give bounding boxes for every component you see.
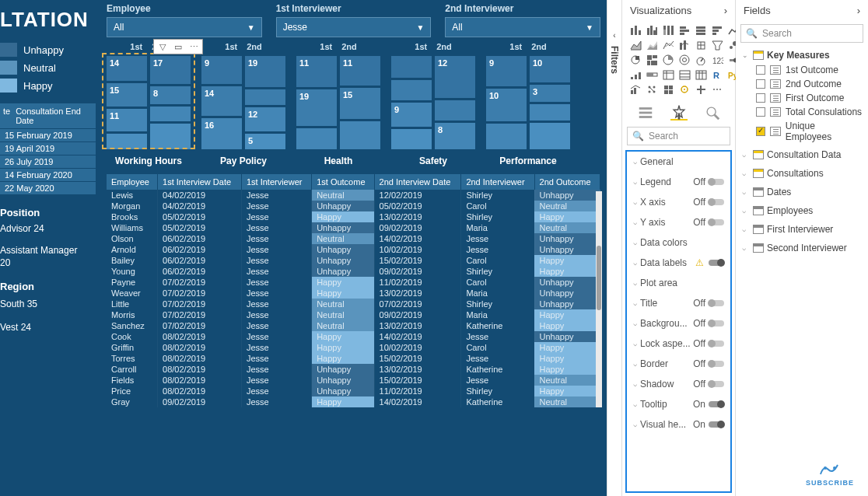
treemap-cell[interactable] [530, 104, 570, 121]
filter-icon[interactable]: ▽ [156, 40, 170, 53]
viz-type-icon[interactable] [645, 83, 659, 96]
table-row[interactable]: Price08/02/2019JesseUnhappy11/02/2019Shi… [107, 386, 600, 396]
table-row[interactable]: Morris07/02/2019JesseNeutral09/02/2019Ma… [107, 309, 600, 320]
table-row[interactable]: Lewis04/02/2019JesseNeutral12/02/2019Shi… [107, 190, 600, 201]
table-scrollbar[interactable] [596, 191, 602, 407]
format-option[interactable]: ⌵Backgrou...Off [627, 313, 730, 334]
table-row[interactable]: Cook08/02/2019JesseHappy14/02/2019JesseU… [107, 331, 600, 342]
table-row[interactable]: Sanchez07/02/2019JesseNeutral13/02/2019K… [107, 320, 600, 331]
viz-type-icon[interactable] [628, 68, 642, 81]
field-item[interactable]: First Outcome [756, 91, 863, 105]
format-option[interactable]: ⌵ShadowOff [627, 374, 730, 394]
table-row[interactable]: Williams05/02/2019JesseUnhappy09/02/2019… [107, 222, 600, 233]
treemap-cell[interactable]: 11 [107, 109, 147, 131]
slicer-employee[interactable]: Employee All▼ [107, 3, 262, 37]
table-header[interactable]: 1st Interviewer [241, 174, 311, 190]
toggle-switch[interactable] [709, 421, 724, 428]
format-option[interactable]: ⌵LegendOff [627, 172, 730, 192]
treemap-cell[interactable]: 19 [245, 56, 285, 87]
field-table-header[interactable]: ⌵Second Interviewer [740, 240, 863, 256]
treemap-visual[interactable]: 1st2nd910103Performance [486, 42, 570, 166]
treemap-cell[interactable]: 16 [201, 118, 242, 149]
viz-type-icon[interactable] [661, 24, 675, 37]
table-row[interactable]: Payne07/02/2019JesseHappy11/02/2019Carol… [107, 277, 600, 288]
slicer-2nd-interviewer[interactable]: 2nd Interviewer All▼ [445, 3, 600, 37]
field-checkbox[interactable] [756, 65, 765, 75]
viz-type-icon[interactable] [645, 54, 659, 66]
table-row[interactable]: Griffin08/02/2019JesseHappy10/02/2019Car… [107, 342, 600, 353]
fields-search-input[interactable]: 🔍 Search [740, 24, 863, 43]
subscribe-badge[interactable]: SUBSCRIBE [806, 460, 854, 487]
viz-type-icon[interactable] [661, 83, 675, 96]
toggle-switch[interactable] [709, 341, 724, 347]
date-row[interactable]: 14 February 2020 [0, 168, 96, 181]
format-option[interactable]: ⌵Data colors [627, 232, 730, 253]
viz-type-icon[interactable] [645, 24, 659, 37]
chevron-right-icon[interactable]: › [724, 5, 727, 16]
format-option[interactable]: ⌵General [627, 152, 730, 172]
field-checkbox[interactable] [756, 107, 765, 117]
field-table-header[interactable]: ⌵Consultations [740, 166, 863, 181]
treemap-cell[interactable] [340, 121, 380, 149]
viz-type-icon[interactable] [628, 39, 642, 51]
viz-type-icon[interactable] [710, 83, 724, 96]
fields-tab-icon[interactable] [637, 105, 654, 121]
field-checkbox[interactable] [756, 93, 765, 103]
format-tab-icon[interactable] [670, 105, 688, 121]
viz-type-icon[interactable] [694, 68, 708, 81]
viz-type-icon[interactable] [677, 24, 691, 37]
treemap-cell[interactable]: 8 [435, 123, 475, 149]
table-row[interactable]: Morgan04/02/2019JesseUnhappy05/02/2019Ca… [107, 201, 600, 211]
viz-type-icon[interactable] [661, 68, 675, 81]
viz-type-icon[interactable] [710, 39, 724, 51]
viz-type-icon[interactable] [677, 83, 691, 96]
viz-type-icon[interactable] [694, 24, 708, 37]
date-row[interactable]: 15 February 2019 [0, 128, 96, 141]
viz-type-icon[interactable] [710, 24, 724, 37]
treemap-cell[interactable] [107, 134, 147, 150]
date-row[interactable]: 19 April 2019 [0, 141, 96, 155]
focus-icon[interactable]: ▭ [171, 40, 185, 53]
viz-type-icon[interactable] [677, 54, 691, 66]
treemap-cell[interactable]: 15 [107, 83, 147, 107]
viz-type-icon[interactable] [645, 39, 659, 51]
treemap-cell[interactable]: 9 [391, 103, 432, 127]
table-row[interactable]: Weaver07/02/2019JesseHappy13/02/2019Mari… [107, 288, 600, 299]
treemap-visual[interactable]: 1st2nd9141619125Pay Policy [201, 42, 285, 166]
table-row[interactable]: Gray09/02/2019JesseHappy14/02/2019Kather… [107, 396, 600, 407]
toggle-switch[interactable] [709, 401, 724, 407]
table-header[interactable]: Employee [107, 174, 158, 190]
table-row[interactable]: Fields08/02/2019JesseUnhappy15/02/2019Je… [107, 375, 600, 386]
analytics-tab-icon[interactable] [704, 105, 721, 121]
treemap-cell[interactable]: 14 [201, 86, 242, 116]
toggle-switch[interactable] [709, 361, 724, 367]
field-table-header[interactable]: ⌵Consultation Data [740, 147, 863, 162]
toggle-switch[interactable] [709, 381, 724, 387]
treemap-cell[interactable] [245, 89, 285, 105]
viz-type-icon[interactable]: 123 [710, 54, 724, 66]
field-item[interactable]: Total Consulations [756, 105, 863, 119]
table-header[interactable]: 2nd Interview Date [374, 174, 461, 190]
toggle-switch[interactable] [709, 219, 724, 225]
treemap-cell[interactable]: 17 [150, 56, 191, 84]
format-option[interactable]: ⌵X axisOff [627, 192, 730, 212]
treemap-cell[interactable] [296, 128, 337, 149]
table-header[interactable]: 1st Outcome [312, 174, 374, 190]
table-row[interactable]: Olson06/02/2019JesseNeutral14/02/2019Jes… [107, 233, 600, 244]
data-table[interactable]: Employee1st Interview Date1st Interviewe… [107, 174, 600, 407]
treemap-cell[interactable]: 8 [150, 86, 191, 104]
table-header[interactable]: 2nd Outcome [534, 174, 600, 190]
toggle-switch[interactable] [709, 199, 724, 205]
table-row[interactable]: Bailey06/02/2019JesseUnhappy15/02/2019Ca… [107, 255, 600, 266]
more-icon[interactable]: ⋯ [187, 40, 201, 53]
treemap-cell[interactable]: 19 [296, 89, 337, 126]
viz-type-icon[interactable] [628, 24, 642, 37]
treemap-cell[interactable] [150, 124, 191, 149]
table-header[interactable]: 1st Interview Date [158, 174, 242, 190]
toggle-switch[interactable] [709, 300, 724, 306]
treemap-visual[interactable]: 1st2nd9128Safety [391, 42, 475, 166]
viz-type-icon[interactable] [694, 83, 708, 96]
viz-type-icon[interactable] [661, 39, 675, 51]
toggle-switch[interactable] [709, 320, 724, 327]
format-option[interactable]: ⌵Visual he...On [627, 414, 730, 435]
